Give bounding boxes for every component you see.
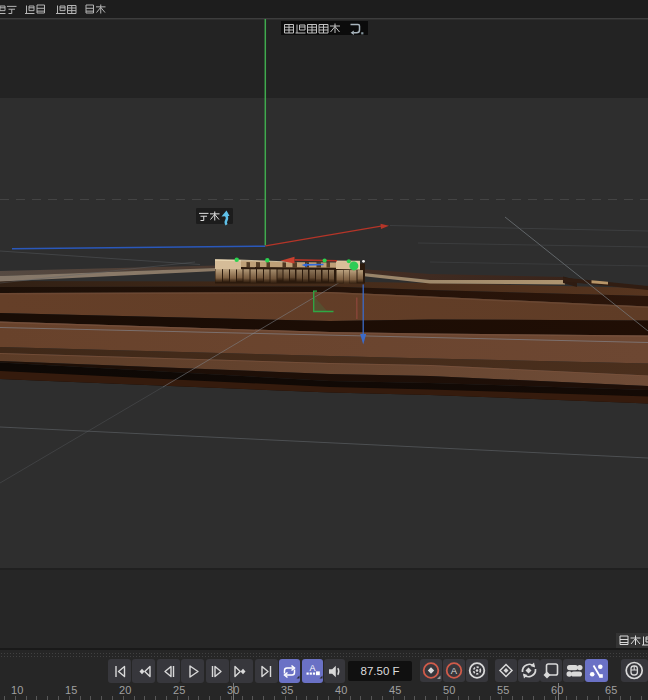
- svg-text:A: A: [450, 665, 457, 676]
- svg-text:A: A: [309, 662, 315, 672]
